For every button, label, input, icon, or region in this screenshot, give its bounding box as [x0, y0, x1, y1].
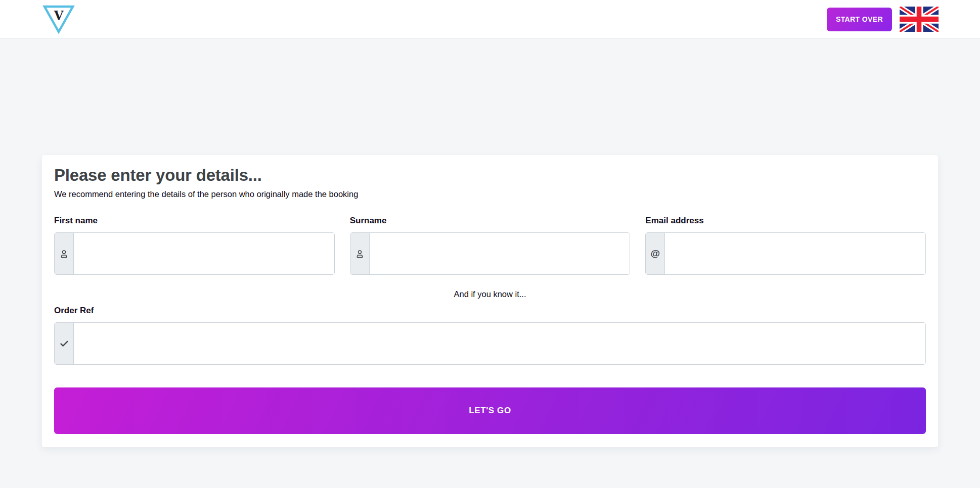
brand-logo[interactable]: V [42, 4, 75, 34]
person-icon [350, 233, 370, 274]
email-input-group: @ [645, 232, 926, 275]
order-ref-input-group [54, 322, 926, 365]
language-switcher[interactable] [900, 7, 939, 32]
lets-go-button[interactable]: LET'S GO [54, 387, 926, 434]
first-name-input-group [54, 232, 335, 275]
surname-input[interactable] [370, 233, 630, 274]
svg-text:V: V [54, 8, 64, 23]
start-over-button[interactable]: START OVER [827, 8, 892, 31]
order-ref-input[interactable] [74, 323, 925, 364]
person-icon [55, 233, 74, 274]
surname-field: Surname [350, 216, 631, 275]
email-input[interactable] [665, 233, 925, 274]
order-ref-label: Order Ref [54, 306, 926, 316]
uk-flag-icon [900, 26, 939, 33]
first-name-input[interactable] [74, 233, 334, 274]
header-actions: START OVER [827, 7, 939, 32]
email-field: Email address @ [645, 216, 926, 275]
at-icon: @ [646, 233, 665, 274]
logo-triangle-icon: V [42, 4, 75, 34]
first-name-field: First name [54, 216, 335, 275]
main-content: Please enter your details... We recommen… [0, 39, 980, 447]
details-form-card: Please enter your details... We recommen… [42, 155, 938, 447]
order-ref-field: Order Ref [54, 306, 926, 365]
email-label: Email address [645, 216, 926, 226]
first-name-label: First name [54, 216, 335, 226]
name-email-row: First name Surname [54, 216, 926, 275]
surname-input-group [350, 232, 631, 275]
surname-label: Surname [350, 216, 631, 226]
form-subtitle: We recommend entering the details of the… [54, 189, 926, 199]
header: V START OVER [0, 0, 980, 39]
page-title: Please enter your details... [54, 166, 926, 185]
order-ref-hint: And if you know it... [54, 289, 926, 299]
check-icon [55, 323, 74, 364]
